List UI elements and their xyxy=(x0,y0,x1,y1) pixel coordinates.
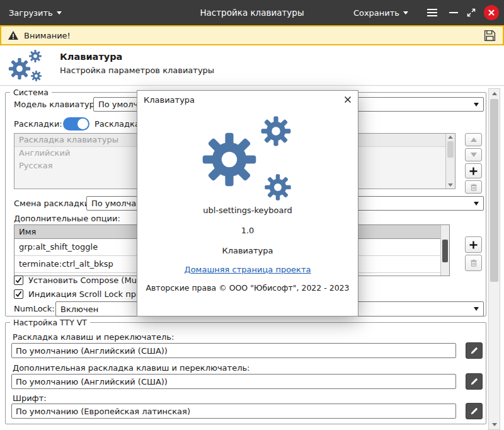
trash-icon xyxy=(469,183,478,192)
chevron-down-icon xyxy=(474,103,479,107)
layouts-default-toggle[interactable] xyxy=(63,117,89,131)
hamburger-icon xyxy=(427,8,438,17)
tty-layout-edit-button[interactable] xyxy=(466,342,483,359)
scrollbar-thumb[interactable] xyxy=(447,141,454,158)
pencil-icon xyxy=(470,407,479,415)
keyboard-model-label: Модель клавиатуры: xyxy=(14,100,104,109)
pencil-icon xyxy=(470,377,479,386)
trash-icon xyxy=(469,259,478,267)
chevron-down-icon xyxy=(474,202,479,206)
expand-icon xyxy=(466,8,476,18)
down-arrow-icon xyxy=(471,153,477,157)
header-separator xyxy=(0,85,504,86)
plus-icon xyxy=(469,241,478,249)
compose-checkbox[interactable] xyxy=(14,276,23,285)
check-icon xyxy=(15,291,22,298)
layout-delete-button[interactable] xyxy=(465,180,482,194)
tty-font-input[interactable] xyxy=(11,404,456,419)
scrolllock-checkbox[interactable] xyxy=(14,289,23,299)
chevron-down-icon xyxy=(57,11,62,15)
dialog-title: Клавиатура xyxy=(144,95,195,105)
tty-extra-layout-label: Дополнительная раскладка клавиш и перекл… xyxy=(13,363,249,373)
expand-button[interactable] xyxy=(462,0,480,25)
warning-bar: Внимание! xyxy=(0,25,504,45)
plus-icon xyxy=(469,167,478,175)
tty-font-label: Шрифт: xyxy=(13,393,47,403)
numlock-value: Включен xyxy=(60,305,98,314)
tty-extra-layout-input[interactable] xyxy=(11,374,456,389)
check-icon xyxy=(15,277,22,284)
close-button[interactable] xyxy=(484,5,499,20)
menu-button[interactable] xyxy=(423,0,441,25)
layout-switch-label: Смена раскладки: xyxy=(14,199,93,208)
page-subtitle: Настройка параметров клавиатуры xyxy=(60,66,214,75)
about-dialog: Клавиатура ubl-settings-keyboard 1.0 Кла… xyxy=(137,90,358,317)
chevron-down-icon xyxy=(403,11,408,15)
option-delete-button[interactable] xyxy=(465,255,482,271)
page-title: Клавиатура xyxy=(60,52,122,62)
window-title: Настройка клавиатуры xyxy=(200,0,304,25)
dialog-package-name: ubl-settings-keyboard xyxy=(137,206,358,215)
dialog-close-button[interactable] xyxy=(343,95,353,107)
load-button[interactable]: Загрузить xyxy=(9,0,62,25)
project-homepage-link[interactable]: Домашняя страница проекта xyxy=(185,265,311,274)
floppy-save-icon xyxy=(483,29,496,42)
scroll-down-arrow-icon[interactable] xyxy=(492,423,497,426)
save-button-label: Сохранить xyxy=(353,8,399,18)
layouts-label: Раскладки: xyxy=(14,119,62,129)
tty-layout-label: Раскладка клавиш и переключатель: xyxy=(13,332,174,342)
numlock-label: NumLock: xyxy=(14,304,55,313)
layout-add-button[interactable] xyxy=(465,163,482,178)
dialog-version: 1.0 xyxy=(137,226,358,235)
chevron-down-icon xyxy=(474,307,479,311)
options-table-scrollbar[interactable] xyxy=(440,225,449,276)
minimize-button[interactable] xyxy=(445,0,462,25)
warning-icon xyxy=(8,30,19,40)
titlebar: Загрузить Настройка клавиатуры Сохранить xyxy=(0,0,504,25)
dialog-gears-icon xyxy=(198,115,299,207)
scroll-up-arrow-icon[interactable] xyxy=(492,92,497,95)
close-icon xyxy=(488,9,495,16)
quick-save-button[interactable] xyxy=(483,29,496,42)
app-gears-icon xyxy=(8,49,44,84)
minimize-icon xyxy=(449,11,458,14)
dialog-app-name: Клавиатура xyxy=(137,246,358,255)
layout-move-up-button[interactable] xyxy=(465,133,482,146)
layout-move-down-button[interactable] xyxy=(465,148,482,161)
load-button-label: Загрузить xyxy=(9,8,53,18)
toggle-knob xyxy=(77,119,88,129)
compose-checkbox-label: Установить Compose (Multi_K xyxy=(28,276,154,285)
layouts-list-scrollbar[interactable] xyxy=(445,134,455,189)
dialog-copyright: Авторские права © ООО "Юбисофт", 2022 - … xyxy=(137,283,358,293)
main-scrollbar[interactable] xyxy=(488,88,500,430)
scrollbar-thumb[interactable] xyxy=(442,240,448,262)
scrollbar-thumb[interactable] xyxy=(490,99,498,282)
extra-options-label: Дополнительные опции: xyxy=(14,214,120,223)
up-arrow-icon xyxy=(448,136,453,139)
warning-text: Внимание! xyxy=(24,31,71,40)
app-window: Загрузить Настройка клавиатуры Сохранить xyxy=(0,0,504,430)
tty-layout-input[interactable] xyxy=(11,343,456,358)
down-arrow-icon xyxy=(448,183,453,187)
close-icon xyxy=(344,96,352,103)
up-arrow-icon xyxy=(471,137,477,142)
tty-font-edit-button[interactable] xyxy=(466,403,483,419)
option-add-button[interactable] xyxy=(465,236,482,253)
pencil-icon xyxy=(470,346,479,355)
tty-extra-layout-edit-button[interactable] xyxy=(466,373,483,390)
save-button[interactable]: Сохранить xyxy=(353,0,408,25)
system-group-legend: Система xyxy=(10,88,52,97)
tty-group-legend: Настройка TTY VT xyxy=(10,318,90,327)
